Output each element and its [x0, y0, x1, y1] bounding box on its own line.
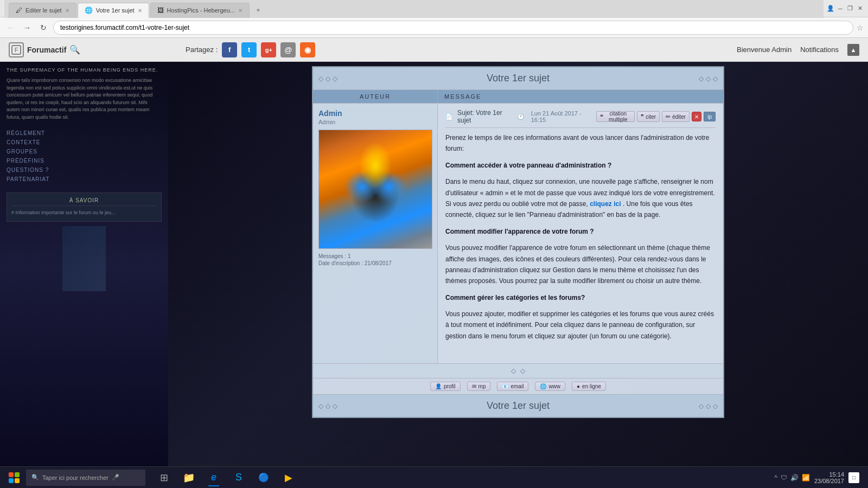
en-ligne-link[interactable]: ● en ligne: [572, 382, 606, 391]
tray-arrow[interactable]: ^: [774, 474, 777, 481]
taskbar-search[interactable]: 🔍 Taper ici pour rechercher 🎤: [26, 470, 145, 486]
start-button[interactable]: [4, 469, 24, 486]
notifications-link[interactable]: Notifications: [800, 46, 839, 54]
sidebar-item-contexte[interactable]: Contexte: [7, 138, 162, 147]
scroll-up-button[interactable]: ▲: [847, 44, 859, 56]
post-title-top: ◇ ◇ ◇ Votre 1er sujet ◇ ◇ ◇: [313, 67, 723, 90]
delete-button[interactable]: ✕: [692, 112, 701, 121]
bottom-arrow-1[interactable]: ◇: [318, 402, 323, 410]
sidebar-item-groupes[interactable]: Groupes: [7, 147, 162, 156]
share-twitter-button[interactable]: t: [241, 42, 257, 57]
network-icon[interactable]: 📶: [802, 474, 810, 481]
nav-arrow-6[interactable]: ◇: [713, 75, 718, 82]
win-sq-2: [15, 472, 20, 477]
sidebar-item-predefinis[interactable]: Prédéfinis: [7, 156, 162, 165]
post-subject: Sujet: Votre 1er sujet: [457, 109, 513, 124]
bookmark-star[interactable]: ☆: [857, 23, 864, 32]
email-link[interactable]: 📧 email: [497, 382, 528, 391]
sidebar-item-partenariat[interactable]: Partenariat: [7, 175, 162, 184]
taskbar-skype[interactable]: S: [227, 469, 251, 486]
close-tab-1[interactable]: ✕: [65, 8, 69, 14]
profil-link[interactable]: 👤 profil: [430, 382, 461, 391]
post-header-author-label: Auteur: [313, 90, 438, 103]
restore-button[interactable]: ❐: [846, 5, 854, 12]
editer-button[interactable]: ✏ éditer: [662, 111, 690, 122]
top-bar-right: Bienvenue Admin Notifications ▲: [737, 44, 859, 56]
author-avatar: [318, 130, 432, 249]
share-rss-button[interactable]: ◉: [300, 42, 315, 57]
nav-arrow-2[interactable]: ◇: [326, 75, 330, 82]
minimize-button[interactable]: ─: [837, 5, 844, 12]
mp-link[interactable]: ✉ mp: [467, 382, 491, 391]
share-googleplus-button[interactable]: g+: [261, 42, 276, 57]
win-sq-1: [9, 472, 14, 477]
tab-votre-sujet[interactable]: 🌐 Votre 1er sujet ✕: [78, 3, 149, 18]
taskbar-clock[interactable]: 15:14 23/08/2017: [814, 471, 844, 484]
share-bar: Partagez : f t g+ @ ◉: [177, 42, 737, 57]
citer-button[interactable]: ❞ citer: [637, 111, 660, 122]
taskbar-right: ^ 🛡 🔊 📶 15:14 23/08/2017 □: [774, 471, 864, 484]
bottom-arrow-3[interactable]: ◇: [333, 402, 337, 410]
close-tab-3[interactable]: ✕: [238, 8, 242, 14]
footer-nav-arrow-2[interactable]: ◇: [520, 367, 525, 375]
bottom-arrow-4[interactable]: ◇: [699, 402, 704, 410]
volume-icon[interactable]: 🔊: [790, 474, 799, 481]
address-input[interactable]: [53, 21, 853, 35]
window-controls: 👤 ─ ❐ ✕: [827, 5, 864, 12]
sidebar-tagline: THE SUPREMACY OF THE HUMAN BEING ENDS HE…: [4, 66, 164, 74]
citation-multiple-button[interactable]: ❝ citation multiple: [596, 111, 635, 122]
share-email-button[interactable]: @: [280, 42, 296, 57]
footer-nav-arrow-1[interactable]: ◇: [511, 367, 516, 375]
taskbar-file-explorer[interactable]: 📁: [177, 469, 201, 486]
task-view-icon: ⊞: [160, 472, 168, 484]
tab-hosting[interactable]: 🖼 HostingPics - Hebergeu... ✕: [150, 3, 250, 18]
close-tab-2[interactable]: ✕: [138, 8, 142, 14]
bottom-arrow-5[interactable]: ◇: [706, 402, 711, 410]
post-meta-bar: 📄 Sujet: Votre 1er sujet 🕐 Lun 21 Août 2…: [445, 109, 716, 128]
search-icon[interactable]: 🔍: [69, 44, 80, 55]
user-icon[interactable]: 👤: [827, 5, 834, 12]
sidebar-item-questions[interactable]: Questions ?: [7, 165, 162, 175]
nav-arrow-1[interactable]: ◇: [318, 75, 323, 82]
antivirus-icon[interactable]: 🛡: [781, 474, 787, 481]
taskbar-task-view[interactable]: ⊞: [152, 469, 176, 486]
bottom-arrow-6[interactable]: ◇: [713, 402, 718, 410]
address-bar: ← → ↻ ☆: [0, 17, 868, 38]
post-date: Lun 21 Août 2017 - 16:15: [531, 110, 592, 123]
profil-icon: 👤: [435, 383, 442, 389]
tab-label-3: HostingPics - Hebergeu...: [167, 7, 235, 14]
ip-button[interactable]: ip: [704, 112, 716, 121]
post-author-column: Admin Admin Messages : 1 Date d'inscript…: [313, 104, 438, 363]
www-link[interactable]: 🌐 www: [535, 382, 565, 391]
tab-editer[interactable]: 🖊 Editer le sujet ✕: [9, 3, 76, 18]
microphone-icon[interactable]: 🎤: [112, 474, 119, 481]
win-sq-4: [15, 478, 20, 483]
tabs-bar: 🖊 Editer le sujet ✕ 🌐 Votre 1er sujet ✕ …: [4, 0, 824, 18]
post-heading-3: Comment gérer les catégories et les foru…: [445, 292, 716, 303]
nav-arrow-4[interactable]: ◇: [699, 75, 704, 82]
taskbar-media[interactable]: ▶: [277, 469, 301, 486]
forward-button[interactable]: →: [21, 21, 34, 34]
sidebar-box-content: # Information importante sur le forum ou…: [11, 209, 157, 217]
post-paragraph-4: Vous pouvez ajouter, modifier et supprim…: [445, 309, 716, 342]
close-window-button[interactable]: ✕: [856, 5, 864, 12]
reload-button[interactable]: ↻: [37, 21, 50, 34]
tab-label-active: Votre 1er sujet: [96, 7, 135, 14]
share-facebook-button[interactable]: f: [222, 42, 237, 57]
skype-icon: S: [235, 472, 242, 483]
new-tab-button[interactable]: +: [251, 3, 266, 18]
www-icon: 🌐: [540, 383, 546, 389]
post-main-title: Votre 1er sujet: [487, 73, 550, 84]
action-center-icon[interactable]: □: [848, 472, 859, 483]
nav-arrow-5[interactable]: ◇: [706, 75, 711, 82]
title-bar: 🖊 Editer le sujet ✕ 🌐 Votre 1er sujet ✕ …: [0, 0, 868, 17]
sidebar-box-title: À Savoir: [11, 197, 157, 206]
bottom-arrow-2[interactable]: ◇: [326, 402, 330, 410]
cliquez-ici-link[interactable]: cliquez ici: [590, 200, 621, 208]
sidebar-item-reglement[interactable]: Règlement: [7, 129, 162, 138]
nav-arrow-3[interactable]: ◇: [333, 75, 337, 82]
back-button[interactable]: ←: [4, 21, 17, 34]
notification-area: □: [848, 472, 859, 483]
taskbar-chrome[interactable]: 🔵: [252, 469, 276, 486]
taskbar-edge[interactable]: e: [202, 469, 226, 486]
